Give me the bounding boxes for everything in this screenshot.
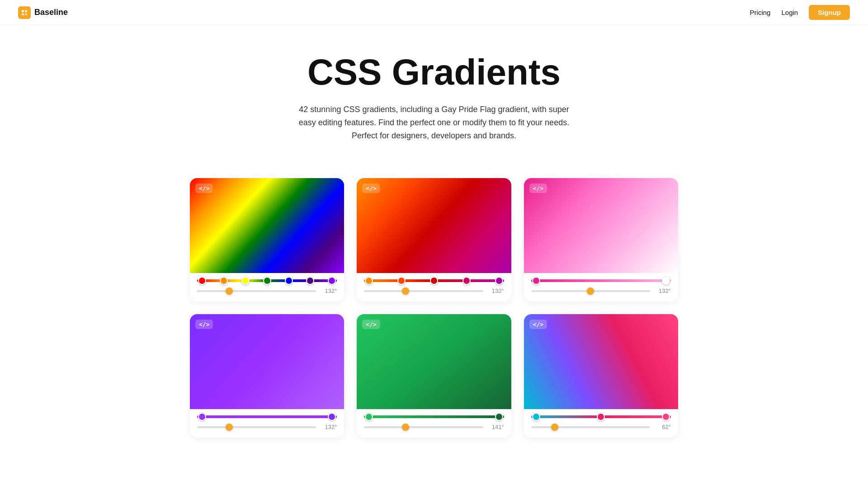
angle-row-cyan-pink: 62° xyxy=(531,424,671,430)
color-dot-rainbow-3[interactable] xyxy=(263,277,271,285)
angle-row-pink: 132° xyxy=(531,287,671,294)
nav-login[interactable]: Login xyxy=(781,9,798,16)
gradient-card-warm: </>132° xyxy=(357,178,511,302)
color-track-pink xyxy=(531,279,671,282)
color-track-rainbow xyxy=(197,279,337,282)
nav-pricing[interactable]: Pricing xyxy=(750,9,771,16)
color-dot-rainbow-6[interactable] xyxy=(328,277,336,285)
gradient-card-pink: </>132° xyxy=(524,178,678,302)
hero-title: CSS Gradients xyxy=(9,52,859,92)
color-stops-purple xyxy=(197,415,337,418)
code-badge-purple[interactable]: </> xyxy=(195,320,213,329)
svg-rect-2 xyxy=(22,13,24,15)
angle-row-green: 141° xyxy=(364,424,504,430)
angle-thumb-rainbow[interactable] xyxy=(226,287,233,295)
navbar: Baseline Pricing Login Signup xyxy=(0,0,868,25)
code-badge-rainbow[interactable]: </> xyxy=(195,184,213,193)
angle-thumb-pink[interactable] xyxy=(587,287,594,295)
logo-text: Baseline xyxy=(34,8,68,17)
angle-label-pink: 132° xyxy=(655,287,671,294)
color-track-cyan-pink xyxy=(531,415,671,418)
card-controls-rainbow: 132° xyxy=(190,273,344,302)
color-stops-rainbow xyxy=(197,279,337,282)
hero-description: 42 stunning CSS gradients, including a G… xyxy=(298,103,570,142)
card-controls-warm: 132° xyxy=(357,273,511,302)
color-dot-pink-0[interactable] xyxy=(532,277,540,285)
color-dot-warm-0[interactable] xyxy=(365,277,373,285)
angle-thumb-purple[interactable] xyxy=(226,424,233,431)
code-badge-green[interactable]: </> xyxy=(362,320,380,329)
color-dot-warm-4[interactable] xyxy=(495,277,503,285)
angle-track-green[interactable] xyxy=(364,426,483,428)
gradient-preview-pink[interactable]: </> xyxy=(524,178,678,273)
angle-thumb-warm[interactable] xyxy=(402,287,409,295)
color-track-warm xyxy=(364,279,504,282)
color-dot-rainbow-5[interactable] xyxy=(306,277,314,285)
gradient-grid: </>132°</>132°</>132°</>132°</>141°</>62… xyxy=(172,178,696,465)
angle-row-purple: 132° xyxy=(197,424,337,430)
color-dot-green-0[interactable] xyxy=(365,413,373,421)
signup-button[interactable]: Signup xyxy=(809,5,850,20)
color-stops-pink xyxy=(531,279,671,282)
gradient-preview-cyan-pink[interactable]: </> xyxy=(524,314,678,409)
gradient-card-green: </>141° xyxy=(357,314,511,438)
gradient-preview-green[interactable]: </> xyxy=(357,314,511,409)
angle-label-purple: 132° xyxy=(321,424,337,430)
card-controls-purple: 132° xyxy=(190,409,344,438)
color-stops-green xyxy=(364,415,504,418)
angle-row-warm: 132° xyxy=(364,287,504,294)
gradient-card-rainbow: </>132° xyxy=(190,178,344,302)
gradient-card-cyan-pink: </>62° xyxy=(524,314,678,438)
hero-section: CSS Gradients 42 stunning CSS gradients,… xyxy=(0,25,868,160)
color-track-green xyxy=(364,415,504,418)
nav-links: Pricing Login Signup xyxy=(750,5,850,20)
color-dot-cyan-pink-0[interactable] xyxy=(532,413,540,421)
color-dot-cyan-pink-2[interactable] xyxy=(662,413,670,421)
gradient-card-purple: </>132° xyxy=(190,314,344,438)
angle-track-purple[interactable] xyxy=(197,426,316,428)
logo-icon xyxy=(18,6,31,19)
angle-track-cyan-pink[interactable] xyxy=(531,426,650,428)
color-dot-warm-2[interactable] xyxy=(430,277,438,285)
angle-label-cyan-pink: 62° xyxy=(655,424,671,430)
angle-track-warm[interactable] xyxy=(364,290,483,292)
code-badge-warm[interactable]: </> xyxy=(362,184,380,193)
code-badge-pink[interactable]: </> xyxy=(529,184,547,193)
angle-track-rainbow[interactable] xyxy=(197,290,316,292)
color-dot-cyan-pink-1[interactable] xyxy=(597,413,605,421)
color-dot-rainbow-1[interactable] xyxy=(220,277,228,285)
color-track-purple xyxy=(197,415,337,418)
svg-rect-3 xyxy=(25,13,27,15)
card-controls-pink: 132° xyxy=(524,273,678,302)
color-dot-rainbow-0[interactable] xyxy=(198,277,206,285)
color-dot-purple-0[interactable] xyxy=(198,413,206,421)
svg-rect-1 xyxy=(25,10,27,12)
logo-link[interactable]: Baseline xyxy=(18,6,68,19)
color-dot-warm-1[interactable] xyxy=(397,277,406,285)
color-dot-warm-3[interactable] xyxy=(462,277,471,285)
code-badge-cyan-pink[interactable]: </> xyxy=(529,320,547,329)
color-dot-pink-1[interactable] xyxy=(662,277,670,285)
angle-label-green: 141° xyxy=(488,424,504,430)
angle-thumb-cyan-pink[interactable] xyxy=(551,424,558,431)
angle-thumb-green[interactable] xyxy=(402,424,409,431)
svg-rect-0 xyxy=(22,10,24,12)
gradient-preview-warm[interactable]: </> xyxy=(357,178,511,273)
card-controls-green: 141° xyxy=(357,409,511,438)
color-dot-purple-1[interactable] xyxy=(328,413,336,421)
angle-label-rainbow: 132° xyxy=(321,287,337,294)
gradient-preview-rainbow[interactable]: </> xyxy=(190,178,344,273)
angle-track-pink[interactable] xyxy=(531,290,650,292)
angle-row-rainbow: 132° xyxy=(197,287,337,294)
angle-label-warm: 132° xyxy=(488,287,504,294)
card-controls-cyan-pink: 62° xyxy=(524,409,678,438)
color-stops-warm xyxy=(364,279,504,282)
gradient-preview-purple[interactable]: </> xyxy=(190,314,344,409)
color-dot-green-1[interactable] xyxy=(495,413,503,421)
color-dot-rainbow-2[interactable] xyxy=(241,277,250,285)
color-stops-cyan-pink xyxy=(531,415,671,418)
color-dot-rainbow-4[interactable] xyxy=(285,277,293,285)
